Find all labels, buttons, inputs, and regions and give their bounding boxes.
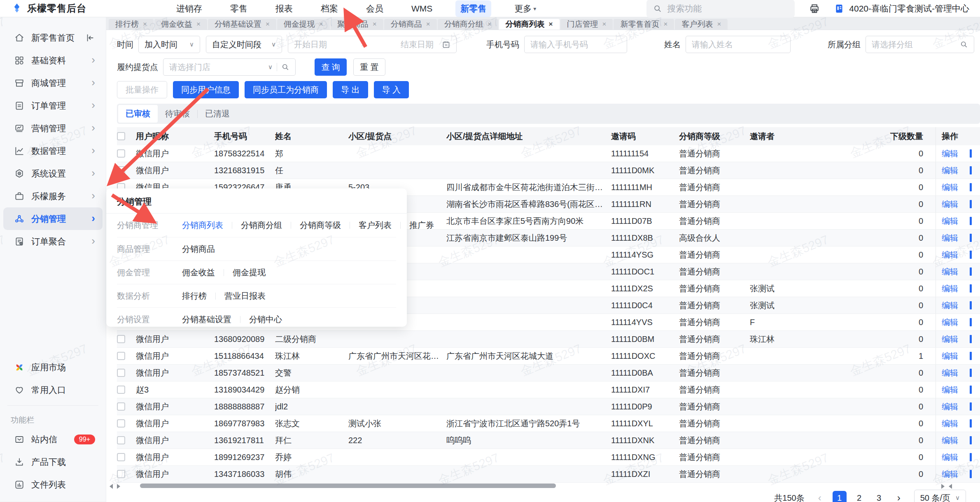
scrollbar-thumb[interactable] [140,483,556,488]
close-tab-icon[interactable]: × [196,20,201,28]
printer-icon[interactable] [809,3,820,14]
horizontal-scrollbar[interactable] [106,483,980,488]
nav-item-进销存[interactable]: 进销存 [171,0,207,17]
group-select[interactable]: 请选择分组 [866,36,974,53]
edit-link[interactable]: 编辑 [942,300,958,311]
tab-佣金提现[interactable]: 佣金提现× [277,19,330,30]
close-tab-icon[interactable]: × [373,20,377,28]
scroll-left-icon[interactable] [110,484,113,489]
sidebar-item-乐檬服务[interactable]: 乐檬服务› [3,185,103,207]
close-tab-icon[interactable]: × [717,20,721,28]
global-search-input[interactable]: 搜索功能 [646,0,795,18]
tab-分销商品[interactable]: 分销商品× [384,19,437,30]
sidebar-item-产品下载[interactable]: 产品下载 [3,451,103,473]
edit-link[interactable]: 编辑 [942,199,958,210]
row-checkbox[interactable] [117,166,125,174]
next-page-button[interactable]: › [892,491,906,502]
menu-item-推广券[interactable]: 推广券 [409,220,434,231]
page-size-select[interactable]: 50 条/页 ∨ [914,490,966,502]
edit-link[interactable]: 编辑 [942,249,958,260]
sidebar-item-订单管理[interactable]: 订单管理› [3,94,103,117]
tab-分销基础设置[interactable]: 分销基础设置× [208,19,276,30]
edit-link[interactable]: 编辑 [942,418,958,429]
edit-link[interactable]: 编辑 [942,148,958,159]
close-tab-icon[interactable]: × [663,20,667,28]
edit-link[interactable]: 编辑 [942,401,958,412]
menu-item-佣金收益[interactable]: 佣金收益 [182,267,215,278]
menu-item-分销商分组[interactable]: 分销商分组 [241,220,282,231]
edit-link[interactable]: 编辑 [942,435,958,446]
sidebar-item-新零售首页[interactable]: 新零售首页 [3,26,103,49]
row-checkbox[interactable] [117,453,125,461]
edit-link[interactable]: 编辑 [942,283,958,294]
close-tab-icon[interactable]: × [549,20,553,28]
edit-link[interactable]: 编辑 [942,317,958,328]
sync-user-info-button[interactable]: 同步用户信息 [173,81,239,98]
store-select[interactable]: 请选择门店 ∨ [163,58,296,76]
row-checkbox[interactable] [117,335,125,343]
edit-link[interactable]: 编辑 [942,216,958,227]
nav-item-档案[interactable]: 档案 [316,0,343,17]
sidebar-item-常用入口[interactable]: 常用入口 [3,379,103,401]
edit-link[interactable]: 编辑 [942,469,958,480]
nav-item-WMS[interactable]: WMS [406,1,437,16]
menu-item-分销中心[interactable]: 分销中心 [249,314,282,325]
status-tab-待审核[interactable]: 待审核 [158,105,197,123]
tab-佣金收益[interactable]: 佣金收益× [154,19,207,30]
row-checkbox[interactable] [117,419,125,428]
row-checkbox[interactable] [117,369,125,377]
menu-item-分销基础设置[interactable]: 分销基础设置 [182,314,231,325]
tab-分销商分组[interactable]: 分销商分组× [438,19,498,30]
edit-link[interactable]: 编辑 [942,334,958,345]
export-button[interactable]: 导 出 [333,81,368,98]
sidebar-item-营销管理[interactable]: 营销管理› [3,117,103,139]
time-type-select[interactable]: 加入时间 ∨ [138,36,200,53]
time-range-select[interactable]: 自定义时间段 ∨ [206,36,282,53]
menu-item-分销商品[interactable]: 分销商品 [182,244,215,255]
status-tab-已清退[interactable]: 已清退 [198,105,237,123]
sidebar-item-订单聚合[interactable]: 订单聚合› [3,230,103,253]
tab-客户列表[interactable]: 客户列表× [675,19,728,30]
close-tab-icon[interactable]: × [143,20,147,28]
tab-分销商列表[interactable]: 分销商列表× [499,19,560,30]
sidebar-item-商城管理[interactable]: 商城管理› [3,72,103,94]
close-tab-icon[interactable]: × [488,20,492,28]
sidebar-item-系统设置[interactable]: 系统设置› [3,162,103,185]
menu-item-分销商列表[interactable]: 分销商列表 [182,220,223,231]
name-input[interactable]: 请输入姓名 [686,36,791,53]
nav-item-新零售[interactable]: 新零售 [455,0,491,17]
row-checkbox[interactable] [117,470,125,478]
sidebar-item-站内信[interactable]: 站内信99+ [3,428,103,451]
edit-link[interactable]: 编辑 [942,351,958,362]
query-button[interactable]: 查 询 [315,58,347,76]
collapse-sidebar-icon[interactable] [84,33,95,43]
menu-item-营业日报表[interactable]: 营业日报表 [224,291,266,302]
sidebar-item-文件列表[interactable]: 文件列表 [3,473,103,496]
sidebar-item-基础资料[interactable]: 基础资料› [3,49,103,72]
sync-staff-button[interactable]: 同步员工为分销商 [245,81,327,98]
edit-link[interactable]: 编辑 [942,266,958,277]
row-checkbox[interactable] [117,352,125,360]
row-checkbox[interactable] [117,436,125,444]
nav-item-会员[interactable]: 会员 [361,0,388,17]
page-button-1[interactable]: 1 [833,491,847,502]
prev-page-button[interactable]: ‹ [813,491,827,502]
edit-link[interactable]: 编辑 [942,367,958,379]
select-all-checkbox[interactable] [117,132,125,140]
menu-item-佣金提现[interactable]: 佣金提现 [233,267,266,278]
row-checkbox[interactable] [117,149,125,158]
account-switcher[interactable]: 4020-喜临门零食测试-管理中心 [834,3,969,14]
row-checkbox[interactable] [117,402,125,411]
tab-排行榜[interactable]: 排行榜× [109,19,154,30]
edit-link[interactable]: 编辑 [942,182,958,193]
close-tab-icon[interactable]: × [319,20,323,28]
sidebar-item-数据管理[interactable]: 数据管理› [3,139,103,162]
close-tab-icon[interactable]: × [426,20,430,28]
close-tab-icon[interactable]: × [602,20,607,28]
edit-link[interactable]: 编辑 [942,232,958,244]
nav-item-报表[interactable]: 报表 [271,0,298,17]
tab-门店管理[interactable]: 门店管理× [560,19,613,30]
row-checkbox[interactable] [117,386,125,394]
phone-input[interactable]: 请输入手机号码 [524,36,627,53]
status-tab-已审核[interactable]: 已审核 [118,105,158,123]
